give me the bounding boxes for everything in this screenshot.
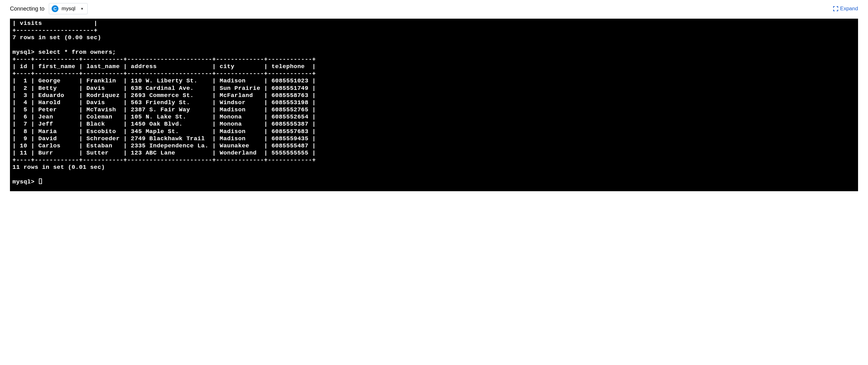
connecting-to-label: Connecting to [10, 6, 44, 12]
database-name: mysql [62, 6, 75, 12]
mysql-icon: C [52, 5, 58, 12]
header-bar: Connecting to C mysql ▼ Expand [0, 0, 868, 19]
terminal-cursor [39, 179, 42, 184]
header-left-group: Connecting to C mysql ▼ [10, 3, 88, 14]
terminal[interactable]: | visits | +---------------------+ 7 row… [10, 19, 858, 191]
chevron-down-icon: ▼ [80, 7, 84, 10]
expand-label: Expand [840, 6, 858, 12]
database-selector[interactable]: C mysql ▼ [49, 3, 88, 14]
expand-icon [833, 6, 838, 11]
terminal-output: | visits | +---------------------+ 7 row… [12, 20, 856, 186]
expand-button[interactable]: Expand [833, 6, 858, 12]
